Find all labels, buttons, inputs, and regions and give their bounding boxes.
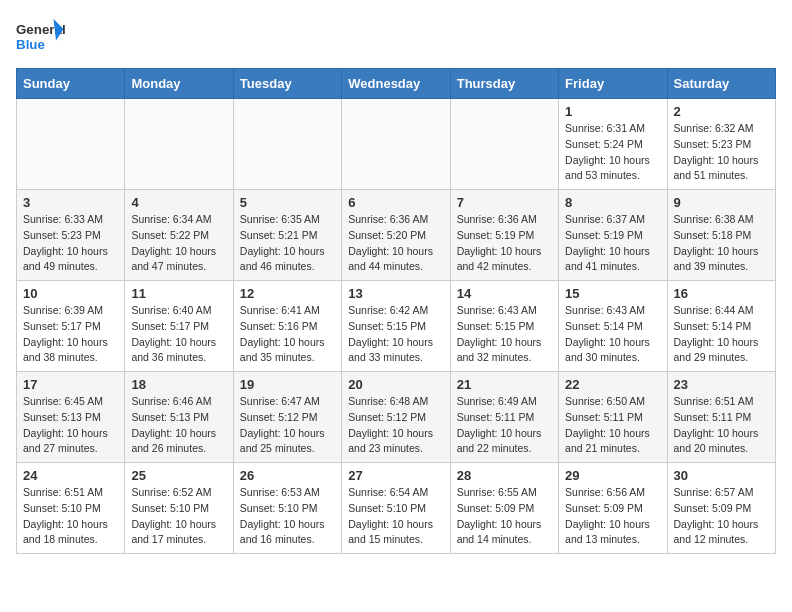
- calendar-day-cell: 18Sunrise: 6:46 AM Sunset: 5:13 PM Dayli…: [125, 372, 233, 463]
- calendar-table: SundayMondayTuesdayWednesdayThursdayFrid…: [16, 68, 776, 554]
- weekday-header: Thursday: [450, 69, 558, 99]
- day-info: Sunrise: 6:57 AM Sunset: 5:09 PM Dayligh…: [674, 485, 769, 548]
- calendar-day-cell: 29Sunrise: 6:56 AM Sunset: 5:09 PM Dayli…: [559, 463, 667, 554]
- day-info: Sunrise: 6:55 AM Sunset: 5:09 PM Dayligh…: [457, 485, 552, 548]
- day-number: 9: [674, 195, 769, 210]
- calendar-day-cell: 17Sunrise: 6:45 AM Sunset: 5:13 PM Dayli…: [17, 372, 125, 463]
- day-number: 23: [674, 377, 769, 392]
- day-number: 24: [23, 468, 118, 483]
- calendar-day-cell: 8Sunrise: 6:37 AM Sunset: 5:19 PM Daylig…: [559, 190, 667, 281]
- logo: GeneralBlue: [16, 16, 66, 56]
- day-info: Sunrise: 6:44 AM Sunset: 5:14 PM Dayligh…: [674, 303, 769, 366]
- day-number: 7: [457, 195, 552, 210]
- calendar-day-cell: 14Sunrise: 6:43 AM Sunset: 5:15 PM Dayli…: [450, 281, 558, 372]
- weekday-header: Sunday: [17, 69, 125, 99]
- day-info: Sunrise: 6:35 AM Sunset: 5:21 PM Dayligh…: [240, 212, 335, 275]
- day-number: 29: [565, 468, 660, 483]
- calendar-day-cell: 1Sunrise: 6:31 AM Sunset: 5:24 PM Daylig…: [559, 99, 667, 190]
- day-number: 14: [457, 286, 552, 301]
- calendar-day-cell: 21Sunrise: 6:49 AM Sunset: 5:11 PM Dayli…: [450, 372, 558, 463]
- day-number: 16: [674, 286, 769, 301]
- day-number: 6: [348, 195, 443, 210]
- day-info: Sunrise: 6:48 AM Sunset: 5:12 PM Dayligh…: [348, 394, 443, 457]
- calendar-week-row: 17Sunrise: 6:45 AM Sunset: 5:13 PM Dayli…: [17, 372, 776, 463]
- calendar-day-cell: 20Sunrise: 6:48 AM Sunset: 5:12 PM Dayli…: [342, 372, 450, 463]
- day-info: Sunrise: 6:40 AM Sunset: 5:17 PM Dayligh…: [131, 303, 226, 366]
- day-number: 27: [348, 468, 443, 483]
- calendar-header-row: SundayMondayTuesdayWednesdayThursdayFrid…: [17, 69, 776, 99]
- day-info: Sunrise: 6:43 AM Sunset: 5:15 PM Dayligh…: [457, 303, 552, 366]
- day-info: Sunrise: 6:56 AM Sunset: 5:09 PM Dayligh…: [565, 485, 660, 548]
- calendar-day-cell: 12Sunrise: 6:41 AM Sunset: 5:16 PM Dayli…: [233, 281, 341, 372]
- day-number: 21: [457, 377, 552, 392]
- calendar-day-cell: [125, 99, 233, 190]
- day-number: 12: [240, 286, 335, 301]
- day-number: 26: [240, 468, 335, 483]
- calendar-day-cell: 13Sunrise: 6:42 AM Sunset: 5:15 PM Dayli…: [342, 281, 450, 372]
- day-number: 28: [457, 468, 552, 483]
- day-info: Sunrise: 6:36 AM Sunset: 5:20 PM Dayligh…: [348, 212, 443, 275]
- day-number: 3: [23, 195, 118, 210]
- calendar-day-cell: [233, 99, 341, 190]
- weekday-header: Wednesday: [342, 69, 450, 99]
- day-info: Sunrise: 6:43 AM Sunset: 5:14 PM Dayligh…: [565, 303, 660, 366]
- day-info: Sunrise: 6:51 AM Sunset: 5:11 PM Dayligh…: [674, 394, 769, 457]
- day-number: 19: [240, 377, 335, 392]
- weekday-header: Tuesday: [233, 69, 341, 99]
- day-number: 11: [131, 286, 226, 301]
- day-info: Sunrise: 6:32 AM Sunset: 5:23 PM Dayligh…: [674, 121, 769, 184]
- calendar-day-cell: 25Sunrise: 6:52 AM Sunset: 5:10 PM Dayli…: [125, 463, 233, 554]
- calendar-day-cell: 4Sunrise: 6:34 AM Sunset: 5:22 PM Daylig…: [125, 190, 233, 281]
- calendar-day-cell: 23Sunrise: 6:51 AM Sunset: 5:11 PM Dayli…: [667, 372, 775, 463]
- calendar-day-cell: 15Sunrise: 6:43 AM Sunset: 5:14 PM Dayli…: [559, 281, 667, 372]
- svg-text:Blue: Blue: [16, 37, 45, 52]
- day-number: 22: [565, 377, 660, 392]
- calendar-day-cell: 5Sunrise: 6:35 AM Sunset: 5:21 PM Daylig…: [233, 190, 341, 281]
- day-info: Sunrise: 6:53 AM Sunset: 5:10 PM Dayligh…: [240, 485, 335, 548]
- day-number: 8: [565, 195, 660, 210]
- day-info: Sunrise: 6:47 AM Sunset: 5:12 PM Dayligh…: [240, 394, 335, 457]
- day-number: 18: [131, 377, 226, 392]
- logo-icon: GeneralBlue: [16, 16, 66, 56]
- day-info: Sunrise: 6:41 AM Sunset: 5:16 PM Dayligh…: [240, 303, 335, 366]
- day-number: 5: [240, 195, 335, 210]
- page-header: GeneralBlue: [16, 16, 776, 56]
- calendar-day-cell: [17, 99, 125, 190]
- day-info: Sunrise: 6:49 AM Sunset: 5:11 PM Dayligh…: [457, 394, 552, 457]
- calendar-day-cell: 26Sunrise: 6:53 AM Sunset: 5:10 PM Dayli…: [233, 463, 341, 554]
- calendar-day-cell: 9Sunrise: 6:38 AM Sunset: 5:18 PM Daylig…: [667, 190, 775, 281]
- day-number: 20: [348, 377, 443, 392]
- day-number: 4: [131, 195, 226, 210]
- day-info: Sunrise: 6:52 AM Sunset: 5:10 PM Dayligh…: [131, 485, 226, 548]
- day-number: 10: [23, 286, 118, 301]
- day-number: 2: [674, 104, 769, 119]
- calendar-day-cell: 22Sunrise: 6:50 AM Sunset: 5:11 PM Dayli…: [559, 372, 667, 463]
- weekday-header: Monday: [125, 69, 233, 99]
- calendar-day-cell: 10Sunrise: 6:39 AM Sunset: 5:17 PM Dayli…: [17, 281, 125, 372]
- calendar-day-cell: 3Sunrise: 6:33 AM Sunset: 5:23 PM Daylig…: [17, 190, 125, 281]
- calendar-day-cell: 28Sunrise: 6:55 AM Sunset: 5:09 PM Dayli…: [450, 463, 558, 554]
- day-info: Sunrise: 6:39 AM Sunset: 5:17 PM Dayligh…: [23, 303, 118, 366]
- day-info: Sunrise: 6:42 AM Sunset: 5:15 PM Dayligh…: [348, 303, 443, 366]
- calendar-day-cell: [450, 99, 558, 190]
- day-info: Sunrise: 6:50 AM Sunset: 5:11 PM Dayligh…: [565, 394, 660, 457]
- day-info: Sunrise: 6:36 AM Sunset: 5:19 PM Dayligh…: [457, 212, 552, 275]
- day-number: 25: [131, 468, 226, 483]
- day-info: Sunrise: 6:46 AM Sunset: 5:13 PM Dayligh…: [131, 394, 226, 457]
- day-number: 15: [565, 286, 660, 301]
- calendar-day-cell: 19Sunrise: 6:47 AM Sunset: 5:12 PM Dayli…: [233, 372, 341, 463]
- calendar-day-cell: 7Sunrise: 6:36 AM Sunset: 5:19 PM Daylig…: [450, 190, 558, 281]
- day-info: Sunrise: 6:54 AM Sunset: 5:10 PM Dayligh…: [348, 485, 443, 548]
- calendar-week-row: 10Sunrise: 6:39 AM Sunset: 5:17 PM Dayli…: [17, 281, 776, 372]
- day-number: 17: [23, 377, 118, 392]
- day-number: 1: [565, 104, 660, 119]
- day-number: 13: [348, 286, 443, 301]
- calendar-day-cell: 6Sunrise: 6:36 AM Sunset: 5:20 PM Daylig…: [342, 190, 450, 281]
- calendar-day-cell: 30Sunrise: 6:57 AM Sunset: 5:09 PM Dayli…: [667, 463, 775, 554]
- weekday-header: Saturday: [667, 69, 775, 99]
- calendar-day-cell: 11Sunrise: 6:40 AM Sunset: 5:17 PM Dayli…: [125, 281, 233, 372]
- day-info: Sunrise: 6:45 AM Sunset: 5:13 PM Dayligh…: [23, 394, 118, 457]
- day-info: Sunrise: 6:31 AM Sunset: 5:24 PM Dayligh…: [565, 121, 660, 184]
- calendar-week-row: 1Sunrise: 6:31 AM Sunset: 5:24 PM Daylig…: [17, 99, 776, 190]
- weekday-header: Friday: [559, 69, 667, 99]
